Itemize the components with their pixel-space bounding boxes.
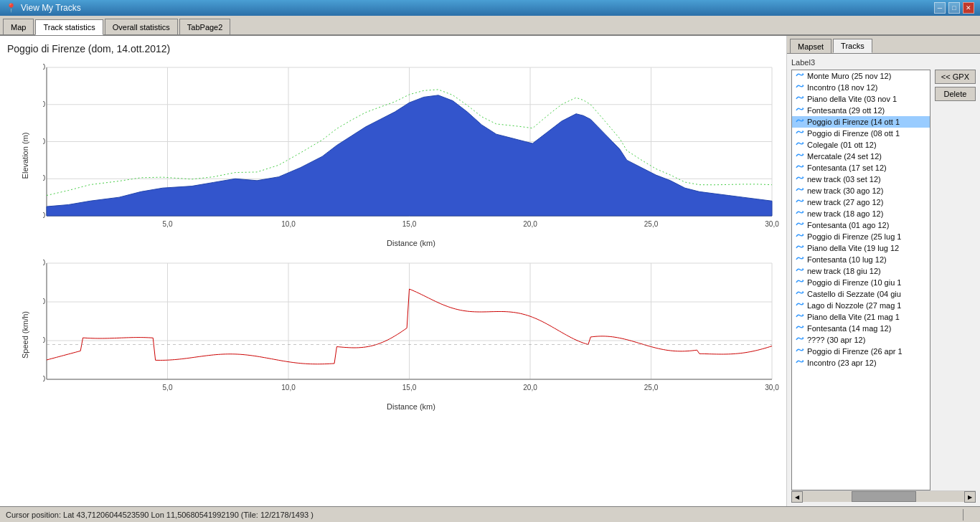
track-list-item-label: new track (18 ago 12) xyxy=(807,209,883,218)
tab-map[interactable]: Map xyxy=(3,19,34,34)
track-list-item-label: new track (18 giu 12) xyxy=(807,267,881,275)
track-list-item[interactable]: Castello di Sezzate (04 giu xyxy=(792,288,930,300)
track-list-item-label: Poggio di Firenze (26 apr 1 xyxy=(807,347,903,356)
track-list-item[interactable]: Piano della Vite (21 mag 1 xyxy=(792,311,930,323)
track-list-item[interactable]: Poggio di Firenze (25 lug 1 xyxy=(792,231,930,242)
tab-page2[interactable]: TabPage2 xyxy=(179,19,231,34)
track-list-item[interactable]: new track (27 ago 12) xyxy=(792,196,930,208)
track-list-item[interactable]: new track (18 giu 12) xyxy=(792,265,930,277)
track-list-item[interactable]: new track (03 set 12) xyxy=(792,174,930,185)
track-list-item-label: Colegale (01 ott 12) xyxy=(807,141,877,149)
left-panel: Poggio di Firenze (dom, 14.ott.2012) Ele… xyxy=(0,36,786,506)
track-icon xyxy=(795,232,805,241)
status-grip xyxy=(963,509,974,521)
track-list-item-label: Piano della Vite (03 nov 1 xyxy=(807,95,897,103)
track-list-item-label: Fontesanta (10 lug 12) xyxy=(807,255,887,264)
track-list-item-label: Fontesanta (17 set 12) xyxy=(807,163,887,172)
track-list-item-label: Castello di Sezzate (04 giu xyxy=(807,290,901,298)
status-bar: Cursor position: Lat 43,71206044523590 L… xyxy=(0,506,980,522)
h-scroll-right-button[interactable]: ▶ xyxy=(964,491,976,503)
elevation-x-label: Distance (km) xyxy=(43,239,779,247)
track-icon xyxy=(795,106,805,115)
track-title: Poggio di Firenze (dom, 14.ott.2012) xyxy=(7,43,779,54)
track-list-item[interactable]: Poggio di Firenze (14 ott 1 xyxy=(792,116,930,128)
track-list-item[interactable]: ???? (30 apr 12) xyxy=(792,334,930,346)
h-scroll-track[interactable] xyxy=(803,491,964,502)
track-icon xyxy=(795,278,805,287)
track-list-item[interactable]: Incontro (23 apr 12) xyxy=(792,357,930,369)
track-list-item-label: Poggio di Firenze (08 ott 1 xyxy=(807,129,900,138)
track-list-item[interactable]: Monte Muro (25 nov 12) xyxy=(792,70,930,82)
h-scrollbar[interactable]: ◀ ▶ xyxy=(791,490,976,502)
track-list-item[interactable]: Fontesanta (10 lug 12) xyxy=(792,254,930,265)
tracks-list-container: Monte Muro (25 nov 12) Incontro (18 nov … xyxy=(791,70,976,490)
track-list-item[interactable]: Poggio di Firenze (10 giu 1 xyxy=(792,277,930,288)
right-tab-tracks[interactable]: Tracks xyxy=(833,39,872,53)
track-list-item-label: Fontesanta (01 ago 12) xyxy=(807,221,889,229)
minimize-button[interactable]: ─ xyxy=(934,2,946,14)
right-panel-tabs: Mapset Tracks xyxy=(787,36,980,54)
h-scroll-left-button[interactable]: ◀ xyxy=(791,491,803,503)
track-list-item-label: Monte Muro (25 nov 12) xyxy=(807,72,891,80)
track-icon xyxy=(795,347,805,356)
close-button[interactable]: ✕ xyxy=(963,2,974,14)
track-icon xyxy=(795,324,805,333)
right-tab-mapset[interactable]: Mapset xyxy=(790,39,831,53)
track-list-item-label: Piano della Vite (21 mag 1 xyxy=(807,313,900,321)
track-list-item-label: Lago di Nozzole (27 mag 1 xyxy=(807,301,901,310)
track-list-item[interactable]: new track (30 ago 12) xyxy=(792,185,930,196)
track-list-item-label: Poggio di Firenze (25 lug 1 xyxy=(807,232,901,241)
track-list-item[interactable]: Piano della Vite (19 lug 12 xyxy=(792,242,930,254)
track-list-item[interactable]: Fontesanta (17 set 12) xyxy=(792,162,930,174)
track-list-item-label: Fontesanta (14 mag 12) xyxy=(807,324,891,333)
app-icon: 📍 xyxy=(6,3,17,13)
track-list-item[interactable]: Piano della Vite (03 nov 1 xyxy=(792,93,930,105)
label3: Label3 xyxy=(791,58,976,67)
elevation-y-label: Elevation (m) xyxy=(21,132,29,179)
track-icon xyxy=(795,152,805,161)
track-icon xyxy=(795,129,805,138)
h-scroll-thumb[interactable] xyxy=(852,491,916,502)
track-list-item-label: ???? (30 apr 12) xyxy=(807,336,865,344)
maximize-button[interactable]: □ xyxy=(948,2,960,14)
elevation-chart-area: Distance (km) xyxy=(43,60,779,250)
delete-button[interactable]: Delete xyxy=(935,87,976,101)
track-list-item-label: Piano della Vite (19 lug 12 xyxy=(807,244,899,252)
tab-track-statistics[interactable]: Track statistics xyxy=(35,19,103,35)
track-icon xyxy=(795,163,805,172)
window-title: View My Tracks xyxy=(21,3,81,13)
title-bar-left: 📍 View My Tracks xyxy=(6,3,81,13)
tracks-list[interactable]: Monte Muro (25 nov 12) Incontro (18 nov … xyxy=(791,70,930,490)
right-buttons: << GPX Delete xyxy=(933,70,976,490)
track-list-item[interactable]: Poggio di Firenze (08 ott 1 xyxy=(792,128,930,139)
track-icon xyxy=(795,244,805,252)
track-list-item[interactable]: Incontro (18 nov 12) xyxy=(792,82,930,93)
track-icon xyxy=(795,301,805,310)
track-list-item[interactable]: Fontesanta (01 ago 12) xyxy=(792,219,930,231)
speed-canvas xyxy=(43,256,779,401)
right-panel-content: Label3 Monte Muro (25 nov 12) Incontro (… xyxy=(787,54,980,506)
track-list-item[interactable]: Mercatale (24 set 12) xyxy=(792,151,930,162)
main-content: Poggio di Firenze (dom, 14.ott.2012) Ele… xyxy=(0,36,980,506)
track-list-item-label: new track (30 ago 12) xyxy=(807,186,883,195)
track-list-item[interactable]: Poggio di Firenze (26 apr 1 xyxy=(792,346,930,357)
track-list-item[interactable]: new track (18 ago 12) xyxy=(792,208,930,219)
cursor-position: Cursor position: Lat 43,71206044523590 L… xyxy=(6,511,314,519)
track-icon xyxy=(795,186,805,195)
track-icon xyxy=(795,221,805,229)
track-list-item[interactable]: Fontesanta (29 ott 12) xyxy=(792,105,930,116)
track-list-item[interactable]: Fontesanta (14 mag 12) xyxy=(792,323,930,334)
track-icon xyxy=(795,255,805,264)
track-icon xyxy=(795,267,805,275)
track-list-item-label: Incontro (18 nov 12) xyxy=(807,83,877,92)
track-icon xyxy=(795,72,805,80)
elevation-canvas xyxy=(43,60,779,237)
title-bar: 📍 View My Tracks ─ □ ✕ xyxy=(0,0,980,16)
tab-overall-statistics[interactable]: Overall statistics xyxy=(105,19,178,34)
track-icon xyxy=(795,336,805,344)
track-list-item[interactable]: Colegale (01 ott 12) xyxy=(792,139,930,151)
track-list-item[interactable]: Lago di Nozzole (27 mag 1 xyxy=(792,300,930,311)
gpx-button[interactable]: << GPX xyxy=(935,70,976,84)
track-icon xyxy=(795,95,805,103)
track-icon xyxy=(795,175,805,184)
